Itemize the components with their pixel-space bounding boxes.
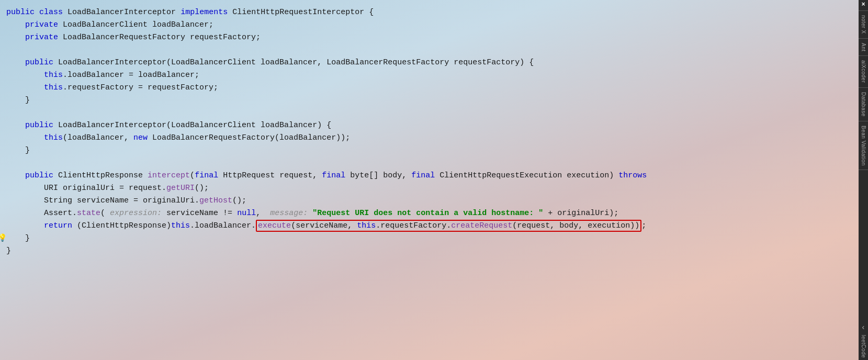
code-line-4	[6, 44, 859, 57]
code-line-20: }	[6, 245, 859, 257]
code-line-7: this.requestFactory = requestFactory;	[6, 82, 859, 94]
sidebar-separator-1	[859, 10, 868, 11]
code-editor: public class LoadBalancerInterceptor imp…	[0, 0, 859, 360]
sidebar-separator-2	[859, 38, 868, 39]
sidebar-separator-4	[859, 87, 868, 88]
code-line-2: private LoadBalancerClient loadBalancer;	[6, 19, 859, 31]
sidebar-item-leetcode[interactable]: leetCode	[861, 333, 866, 360]
sidebar-item-bean-validation[interactable]: Bean Validation	[861, 122, 866, 169]
code-line-16: String serviceName = originalUri.getHost…	[6, 195, 859, 207]
sidebar-item-noter[interactable]: noter X	[861, 12, 866, 37]
sidebar-separator-3	[859, 55, 868, 56]
code-line-14: public ClientHttpResponse intercept(fina…	[6, 170, 859, 182]
close-icon[interactable]: ×	[861, 1, 865, 8]
sidebar-item-database[interactable]: Database	[861, 89, 866, 120]
chevron-left-icon[interactable]: ‹	[861, 323, 865, 332]
sidebar-item-ant[interactable]: Ant	[861, 40, 866, 55]
sidebar-item-aixcoder[interactable]: aiXcoder	[861, 57, 866, 86]
code-line-3: private LoadBalancerRequestFactory reque…	[6, 31, 859, 44]
code-line-15: URI originalUri = request.getURI();	[6, 182, 859, 195]
code-line-13	[6, 157, 859, 170]
code-line-9	[6, 107, 859, 119]
code-line-6: this.loadBalancer = loadBalancer;	[6, 69, 859, 82]
code-line-19: 💡 }	[6, 232, 859, 245]
sidebar-separator-6	[859, 170, 868, 170]
code-line-12: }	[6, 144, 859, 157]
code-line-8: }	[6, 94, 859, 107]
code-line-17: Assert.state( expression: serviceName !=…	[6, 207, 859, 220]
execute-highlight: execute(serviceName, this.requestFactory…	[256, 220, 641, 232]
code-line-18: return (ClientHttpResponse)this.loadBala…	[6, 220, 859, 232]
code-line-11: this(loadBalancer, new LoadBalancerReque…	[6, 132, 859, 144]
code-line-1: public class LoadBalancerInterceptor imp…	[6, 6, 859, 19]
code-line-5: public LoadBalancerInterceptor(LoadBalan…	[6, 57, 859, 69]
code-line-10: public LoadBalancerInterceptor(LoadBalan…	[6, 119, 859, 132]
sidebar-separator-5	[859, 121, 868, 121]
right-sidebar: × noter X Ant aiXcoder Database Bean Val…	[859, 0, 868, 360]
warning-icon: 💡	[0, 232, 7, 244]
